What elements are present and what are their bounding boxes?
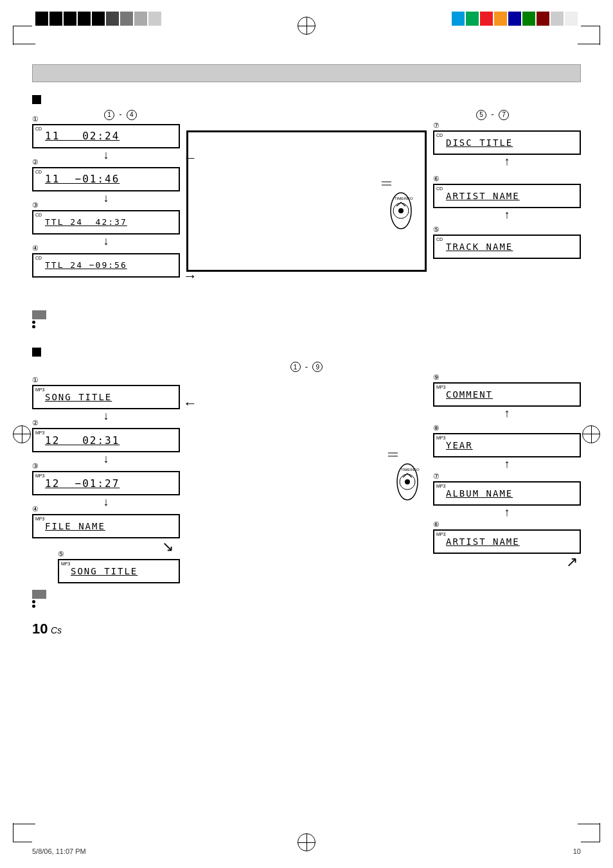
mp3-step-1: 1 bbox=[290, 362, 301, 372]
mp3-item-4-arrow: ↘ bbox=[32, 538, 180, 555]
mp3-item-5-content: SONG TITLE bbox=[71, 566, 138, 576]
crosshair-right bbox=[582, 425, 600, 443]
cd-item-5-badge: CD bbox=[436, 237, 443, 242]
mp3-item-6-content: ARTIST NAME bbox=[446, 536, 520, 547]
cd-range-right: 5 - 7 bbox=[476, 109, 509, 120]
cd-bullet-2 bbox=[32, 325, 581, 328]
cd-item-7-arrow: ↑ bbox=[433, 155, 581, 168]
cd-arrow-left-top: ← bbox=[183, 150, 197, 166]
mp3-item-3-num: ③ bbox=[32, 462, 39, 470]
mp3-bullet-2 bbox=[32, 605, 581, 608]
cd-item-7-num: ⑦ bbox=[433, 121, 440, 130]
cd-section-icon bbox=[32, 95, 41, 104]
mp3-item-8-arrow: ↑ bbox=[433, 457, 581, 471]
cd-item-1-content: 11 02:24 bbox=[45, 130, 120, 142]
page-suffix: Cs bbox=[51, 625, 62, 635]
cd-step-5: 5 bbox=[476, 110, 486, 120]
mp3-item-6-badge: MP3 bbox=[436, 532, 445, 536]
cd-item-7-box: CD DISC TITLE bbox=[433, 130, 581, 155]
mp3-item-3-box: MP3 12 −01:27 bbox=[32, 471, 180, 495]
cd-item-2-num: ② bbox=[32, 158, 39, 166]
cd-step-4: 4 bbox=[127, 110, 137, 120]
mp3-item-8-badge: MP3 bbox=[436, 436, 445, 440]
mp3-item-1-content: SONG TITLE bbox=[45, 392, 112, 402]
crosshair-top bbox=[298, 17, 315, 35]
cd-step-1: 1 bbox=[104, 110, 114, 120]
mp3-step-9: 9 bbox=[312, 362, 323, 372]
mp3-item-6-arrow: ↗ bbox=[433, 554, 581, 571]
mp3-item-8-num: ⑧ bbox=[433, 424, 440, 432]
svg-text:TIMEINFO: TIMEINFO bbox=[395, 197, 413, 200]
cd-item-2-arrow: ↓ bbox=[32, 191, 180, 205]
h-line-bottom-left bbox=[13, 824, 35, 824]
cd-range-left: 1 - 4 bbox=[104, 109, 137, 120]
cd-step-7: 7 bbox=[499, 110, 509, 120]
h-line-bottom-right bbox=[578, 824, 600, 824]
mp3-item-9-box: MP3 COMMENT bbox=[433, 382, 581, 407]
cd-item-6-arrow: ↑ bbox=[433, 208, 581, 222]
color-bar-left bbox=[35, 12, 161, 26]
cd-item-1-box: CD 11 02:24 bbox=[32, 124, 180, 148]
top-left-corner bbox=[13, 26, 32, 45]
mp3-item-2-arrow: ↓ bbox=[32, 452, 180, 466]
cd-item-7-content: DISC TITLE bbox=[446, 137, 513, 148]
svg-point-5 bbox=[398, 208, 404, 213]
cd-item-3-badge: CD bbox=[35, 213, 42, 217]
cd-item-6-box: CD ARTIST NAME bbox=[433, 184, 581, 208]
mp3-bullet-1 bbox=[32, 600, 581, 603]
cd-note-rect bbox=[32, 310, 581, 319]
cd-item-5-num: ⑤ bbox=[433, 226, 440, 234]
footer-date: 5/8/06, 11:07 PM bbox=[32, 847, 86, 855]
cd-item-2-content: 11 −01:46 bbox=[45, 173, 120, 185]
mp3-item-2-box: MP3 12 02:31 bbox=[32, 428, 180, 452]
cd-item-3-box: CD TTL 24 42:37 bbox=[32, 210, 180, 235]
mp3-item-4-badge: MP3 bbox=[35, 517, 44, 521]
cd-item-1-badge: CD bbox=[35, 127, 42, 131]
mp3-item-7-content: ALBUM NAME bbox=[446, 488, 513, 499]
mp3-item-7-badge: MP3 bbox=[436, 484, 445, 488]
cd-item-6-badge: CD bbox=[436, 186, 443, 191]
mp3-item-1-badge: MP3 bbox=[35, 387, 44, 392]
svg-text:TIMEINFO: TIMEINFO bbox=[401, 468, 420, 472]
mp3-item-4-num: ④ bbox=[32, 505, 39, 513]
crosshair-left bbox=[13, 425, 31, 443]
top-right-corner bbox=[581, 26, 600, 45]
cd-item-5-content: TRACK NAME bbox=[446, 242, 513, 252]
mp3-section-icon bbox=[32, 348, 41, 357]
cd-item-3-arrow: ↓ bbox=[32, 235, 180, 248]
bottom-left-corner bbox=[13, 823, 32, 842]
mp3-item-7-box: MP3 ALBUM NAME bbox=[433, 481, 581, 506]
cd-item-7-badge: CD bbox=[436, 133, 443, 137]
page-number-area: 10 Cs bbox=[32, 621, 581, 637]
cd-item-4-num: ④ bbox=[32, 244, 39, 252]
cd-item-5-box: CD TRACK NAME bbox=[433, 235, 581, 259]
mp3-item-9-content: COMMENT bbox=[446, 389, 493, 400]
mp3-item-1-num: ① bbox=[32, 376, 39, 384]
mp3-item-5-num: ⑤ bbox=[58, 550, 64, 558]
cd-remote-icon: TIMEINFO bbox=[378, 175, 414, 233]
cd-item-1-arrow: ↓ bbox=[32, 148, 180, 162]
footer-page: 10 bbox=[573, 847, 581, 855]
mp3-item-7-num: ⑦ bbox=[433, 472, 440, 481]
cd-item-2-box: CD 11 −01:46 bbox=[32, 167, 180, 191]
svg-point-11 bbox=[405, 479, 410, 484]
mp3-item-5-badge: MP3 bbox=[61, 562, 70, 566]
mp3-item-9-num: ⑨ bbox=[433, 373, 440, 382]
mp3-item-5-box: MP3 SONG TITLE bbox=[58, 559, 180, 583]
mp3-item-1-box: MP3 SONG TITLE bbox=[32, 385, 180, 409]
mp3-item-8-content: YEAR bbox=[446, 440, 473, 450]
mp3-item-8-box: MP3 YEAR bbox=[433, 433, 581, 457]
cd-item-3-num: ③ bbox=[32, 201, 39, 209]
mp3-item-4-content: FILE NAME bbox=[45, 521, 105, 531]
mp3-item-2-content: 12 02:31 bbox=[45, 434, 120, 447]
header-bar bbox=[32, 64, 581, 82]
h-line-top-right bbox=[578, 44, 600, 44]
page-number: 10 bbox=[32, 621, 48, 637]
mp3-arrow-left: ← bbox=[183, 395, 197, 412]
mp3-item-6-num: ⑥ bbox=[433, 520, 440, 529]
bottom-right-corner bbox=[581, 823, 600, 842]
cd-item-4-content: TTL 24 −09:56 bbox=[45, 260, 127, 270]
mp3-item-3-arrow: ↓ bbox=[32, 495, 180, 509]
mp3-item-3-badge: MP3 bbox=[35, 474, 44, 478]
mp3-note-rect bbox=[32, 590, 581, 599]
